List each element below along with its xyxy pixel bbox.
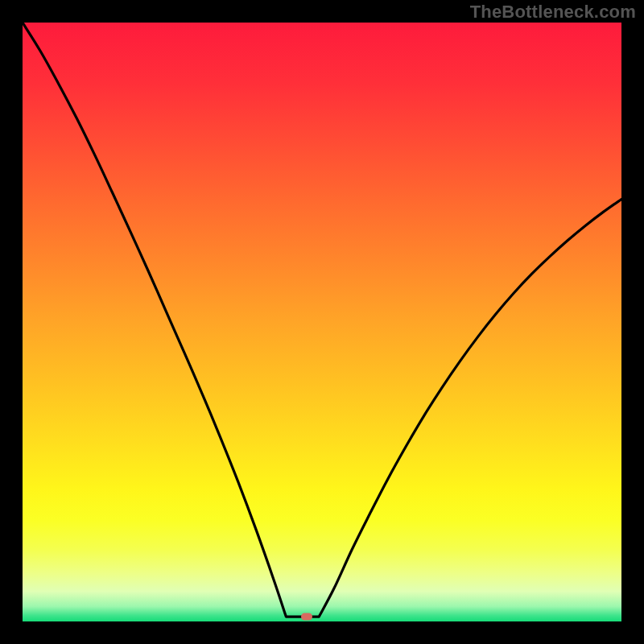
curve-layer xyxy=(23,23,621,621)
bottleneck-curve xyxy=(23,23,621,617)
chart-frame: TheBottleneck.com xyxy=(0,0,644,644)
optimal-marker xyxy=(301,613,312,621)
plot-area xyxy=(23,23,621,621)
watermark-text: TheBottleneck.com xyxy=(470,2,636,23)
